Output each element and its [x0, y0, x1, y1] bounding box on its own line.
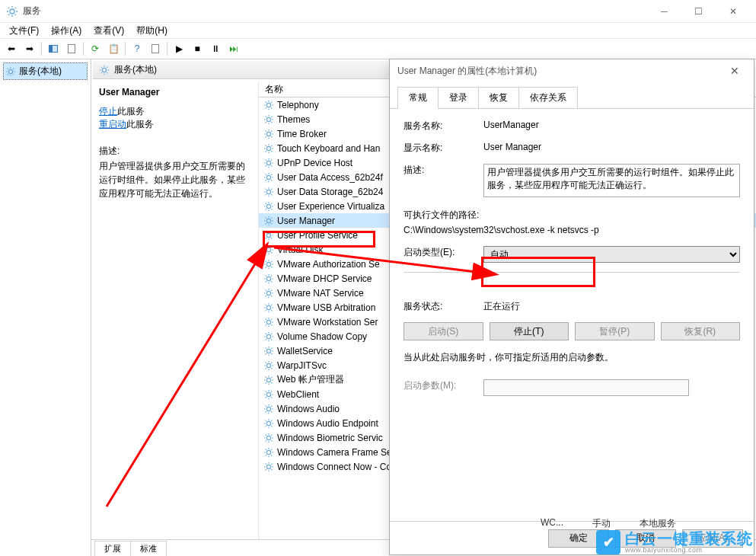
dialog-title: User Manager 的属性(本地计算机) [397, 65, 723, 78]
restart-svc-button[interactable]: ⏭ [225, 40, 242, 57]
list-item-label: WarpJITSvc [277, 360, 327, 371]
stop-link[interactable]: 停止 [99, 106, 117, 117]
gear-icon [263, 447, 274, 458]
gear-icon [263, 346, 274, 356]
list-item-label: Windows Camera Frame Se [277, 447, 392, 458]
exe-label: 可执行文件的路径: [404, 209, 740, 222]
stop-svc-button[interactable]: ■ [189, 40, 206, 57]
list-item-label: Windows Biometric Servic [277, 433, 383, 443]
tree-root[interactable]: 服务(本地) [3, 62, 88, 80]
list-item-label: Web 帐户管理器 [277, 373, 344, 386]
list-item-label: Volume Shadow Copy [277, 331, 367, 342]
list-item-label: Windows Audio Endpoint [277, 418, 378, 429]
gear-icon [263, 187, 274, 197]
disp-name-value: User Manager [483, 142, 740, 152]
close-button[interactable]: ✕ [716, 0, 750, 23]
pause-button[interactable]: 暂停(P) [575, 322, 655, 340]
refresh-button[interactable]: ⟳ [87, 40, 104, 57]
desc-text: 用户管理器提供多用户交互所需要的运行时组件。如果停止此服务，某些应用程序可能无法… [99, 159, 250, 200]
pause-svc-button[interactable]: ⏸ [207, 40, 224, 57]
param-label: 启动参数(M): [404, 379, 483, 392]
dialog-titlebar[interactable]: User Manager 的属性(本地计算机) ✕ [390, 59, 754, 82]
window-title: 服务 [23, 5, 647, 18]
startup-label: 启动类型(E): [404, 246, 483, 259]
list-item-label: VMware USB Arbitration [277, 302, 375, 313]
gear-icon [263, 273, 274, 284]
exe-path: C:\Windows\system32\svchost.exe -k netsv… [404, 225, 740, 235]
gear-icon [263, 302, 274, 313]
tab-deps[interactable]: 依存关系 [518, 87, 578, 109]
gear-icon [263, 100, 274, 110]
desc-textarea[interactable]: 用户管理器提供多用户交互所需要的运行时组件。如果停止此服务，某些应用程序可能无法… [483, 164, 740, 197]
menu-view[interactable]: 查看(V) [88, 23, 130, 39]
list-extra-row: WC... 手动 本地服务 [541, 517, 676, 530]
nav-back-button[interactable]: ⬅ [3, 40, 20, 57]
gear-icon [263, 216, 274, 226]
gear-icon [99, 65, 110, 75]
restart-link[interactable]: 重启动 [99, 119, 126, 129]
list-item-label: WebClient [277, 389, 319, 400]
start-button[interactable]: 启动(S) [404, 322, 483, 340]
tree-root-label: 服务(本地) [19, 65, 62, 78]
disp-name-label: 显示名称: [404, 142, 483, 155]
svc-name-value: UserManager [483, 120, 740, 130]
properties-dialog: User Manager 的属性(本地计算机) ✕ 常规 登录 恢复 依存关系 … [389, 59, 754, 555]
menu-action[interactable]: 操作(A) [45, 23, 88, 39]
start-svc-button[interactable]: ▶ [171, 40, 187, 57]
toolbar: ⬅ ➡ ⟳ 📋 ? ▶ ■ ⏸ ⏭ [0, 38, 756, 59]
gear-icon [263, 433, 274, 443]
menu-file[interactable]: 文件(F) [3, 23, 45, 39]
gear-icon [5, 66, 16, 77]
detail-pane: User Manager 停止此服务 重启动此服务 描述: 用户管理器提供多用户… [91, 81, 259, 539]
stop-button[interactable]: 停止(T) [490, 322, 569, 340]
gear-icon [263, 462, 274, 472]
tab-recovery[interactable]: 恢复 [478, 87, 519, 109]
list-item-label: VMware NAT Service [277, 288, 364, 299]
list-item-label: User Data Access_62b24f [277, 172, 383, 183]
list-item-label: VMware DHCP Service [277, 273, 372, 284]
list-item-label: WalletService [277, 346, 333, 356]
tab-extended[interactable]: 扩展 [94, 541, 131, 556]
tab-logon[interactable]: 登录 [438, 87, 479, 109]
menu-help[interactable]: 帮助(H) [130, 23, 174, 39]
properties-button[interactable] [63, 40, 80, 57]
tab-general[interactable]: 常规 [397, 87, 439, 109]
minimize-button[interactable]: ─ [647, 0, 681, 23]
gear-icon [263, 331, 274, 342]
gear-icon [263, 288, 274, 299]
watermark-icon: ✔ [596, 530, 620, 554]
nav-forward-button[interactable]: ➡ [21, 40, 38, 57]
export-button[interactable]: 📋 [105, 40, 122, 57]
svc-name-label: 服务名称: [404, 120, 483, 133]
list-item-label: VMware Workstation Ser [277, 317, 378, 328]
tab-standard[interactable]: 标准 [130, 541, 167, 556]
list-item-label: User Manager [277, 216, 335, 226]
list-item-label: UPnP Device Host [277, 158, 352, 168]
resume-button[interactable]: 恢复(R) [661, 322, 741, 340]
props2-button[interactable] [147, 40, 164, 57]
dialog-close-button[interactable]: ✕ [723, 65, 746, 77]
list-item-label: User Experience Virtualiza [277, 201, 384, 212]
gear-icon [263, 244, 274, 255]
list-item-label: User Data Storage_62b24 [277, 187, 383, 197]
gear-icon [263, 418, 274, 429]
gear-icon [263, 172, 274, 183]
list-item-label: Windows Audio [277, 404, 340, 414]
gear-icon [263, 360, 274, 371]
help-button[interactable]: ? [129, 40, 145, 57]
gear-icon [263, 259, 274, 270]
status-label: 服务状态: [404, 300, 483, 313]
desc-label: 描述: [404, 164, 483, 177]
gear-icon [263, 404, 274, 414]
gear-icon [263, 114, 274, 125]
show-hide-button[interactable] [45, 40, 62, 57]
services-icon [6, 5, 18, 18]
list-item-label: Virtual Disk [277, 244, 323, 255]
param-input[interactable] [483, 379, 689, 396]
status-value: 正在运行 [483, 300, 740, 313]
startup-select[interactable]: 自动 [483, 246, 740, 263]
detail-service-name: User Manager [99, 87, 250, 97]
list-item-label: Themes [277, 114, 310, 125]
gear-icon [263, 143, 274, 154]
maximize-button[interactable]: ☐ [681, 0, 716, 23]
